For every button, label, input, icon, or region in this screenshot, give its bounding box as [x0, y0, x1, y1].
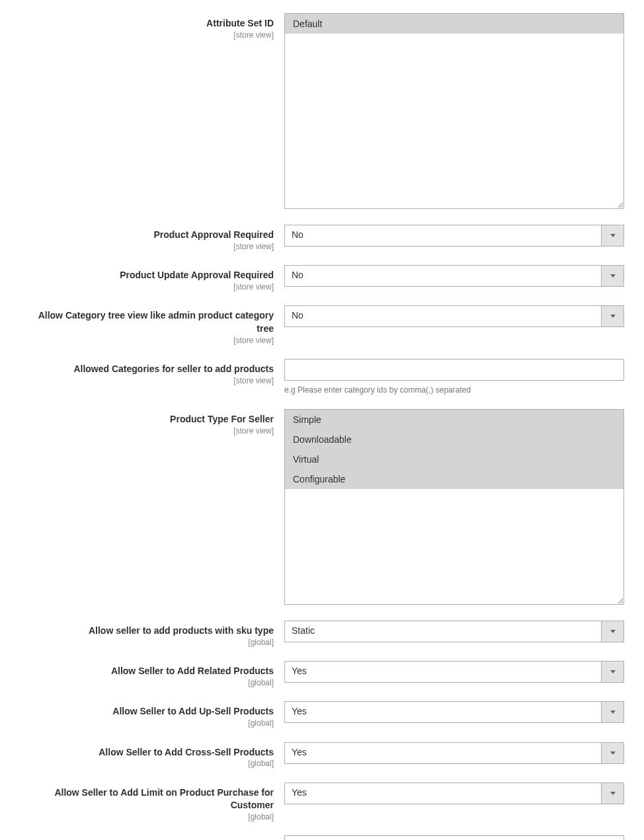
product-type-scope: [store view] — [20, 426, 274, 437]
chevron-down-icon[interactable] — [601, 266, 624, 286]
upsell-select[interactable]: Yes — [284, 701, 624, 723]
product-approval-scope: [store view] — [20, 242, 274, 252]
product-update-approval-label: Product Update Approval Required — [20, 269, 274, 282]
list-item[interactable]: Configurable — [285, 469, 624, 489]
select-value: Yes — [285, 662, 601, 682]
upsell-scope: [global] — [20, 718, 274, 729]
category-tree-scope: [store view] — [20, 336, 274, 346]
related-select[interactable]: Yes — [284, 661, 624, 683]
list-item[interactable]: Simple — [285, 410, 624, 430]
attribute-set-listbox[interactable]: Default — [284, 13, 624, 209]
product-approval-label: Product Approval Required — [20, 229, 274, 242]
category-tree-select[interactable]: No — [284, 305, 624, 327]
chevron-down-icon[interactable] — [601, 743, 624, 763]
allowed-categories-scope: [store view] — [20, 376, 274, 387]
sku-type-label: Allow seller to add products with sku ty… — [20, 625, 274, 638]
allowed-categories-label: Allowed Categories for seller to add pro… — [20, 363, 274, 376]
sku-type-select[interactable]: Static — [284, 621, 624, 642]
allowed-categories-help: e.g Please enter category ids by comma(,… — [284, 385, 624, 396]
select-value: No — [285, 306, 601, 326]
attribute-set-scope: [store view] — [20, 30, 274, 41]
chevron-down-icon[interactable] — [601, 662, 624, 682]
list-item[interactable]: Downloadable — [285, 430, 624, 449]
related-label: Allow Seller to Add Related Products — [20, 665, 274, 678]
allowed-qty-input[interactable] — [284, 835, 624, 840]
list-item[interactable]: Default — [285, 14, 624, 34]
product-approval-select[interactable]: No — [284, 225, 624, 247]
select-value: No — [285, 225, 601, 246]
related-scope: [global] — [20, 678, 274, 689]
upsell-label: Allow Seller to Add Up-Sell Products — [20, 705, 274, 718]
category-tree-label: Allow Category tree view like admin prod… — [20, 309, 274, 335]
select-value: No — [285, 266, 601, 286]
chevron-down-icon[interactable] — [601, 702, 624, 722]
sku-type-scope: [global] — [20, 638, 274, 648]
purchase-limit-label: Allow Seller to Add Limit on Product Pur… — [20, 786, 274, 812]
purchase-limit-select[interactable]: Yes — [284, 783, 624, 804]
attribute-set-label: Attribute Set ID — [20, 17, 274, 30]
select-value: Yes — [285, 743, 601, 763]
chevron-down-icon[interactable] — [601, 225, 624, 246]
allowed-categories-input[interactable] — [284, 359, 624, 381]
list-item[interactable]: Virtual — [285, 449, 624, 469]
chevron-down-icon[interactable] — [601, 621, 624, 642]
product-type-listbox[interactable]: Simple Downloadable Virtual Configurable — [284, 409, 624, 605]
crosssell-scope: [global] — [20, 759, 274, 769]
product-type-label: Product Type For Seller — [20, 413, 274, 426]
purchase-limit-scope: [global] — [20, 812, 274, 823]
chevron-down-icon[interactable] — [601, 783, 624, 804]
product-update-approval-scope: [store view] — [20, 282, 274, 293]
product-update-approval-select[interactable]: No — [284, 265, 624, 287]
crosssell-select[interactable]: Yes — [284, 742, 624, 764]
crosssell-label: Allow Seller to Add Cross-Sell Products — [20, 746, 274, 759]
select-value: Yes — [285, 783, 601, 804]
chevron-down-icon[interactable] — [601, 306, 624, 326]
select-value: Yes — [285, 702, 601, 722]
select-value: Static — [285, 621, 601, 642]
